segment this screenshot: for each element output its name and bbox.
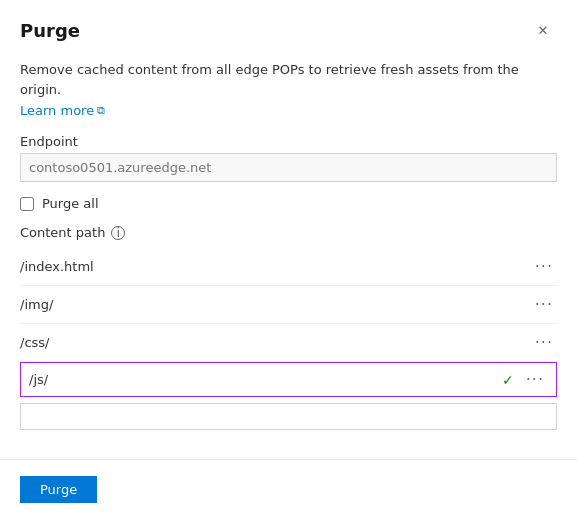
- dialog-title: Purge: [20, 20, 80, 41]
- path-text: /css/: [20, 335, 531, 350]
- learn-more-label: Learn more: [20, 103, 94, 118]
- path-menu-ellipsis[interactable]: ···: [531, 293, 557, 316]
- purge-dialog: Purge ✕ Remove cached content from all e…: [0, 0, 577, 519]
- path-row: /css/ ···: [20, 324, 557, 362]
- active-path-row[interactable]: /js/ ✓ ···: [20, 362, 557, 397]
- description-text: Remove cached content from all edge POPs…: [20, 60, 557, 99]
- path-menu-ellipsis[interactable]: ···: [531, 331, 557, 354]
- info-icon-text: i: [117, 225, 121, 240]
- path-text: /img/: [20, 297, 531, 312]
- info-icon: i: [111, 226, 125, 240]
- new-path-input[interactable]: [29, 409, 548, 424]
- content-path-header: Content path i: [20, 225, 557, 240]
- active-path-menu-ellipsis[interactable]: ···: [522, 368, 548, 391]
- dialog-body: Remove cached content from all edge POPs…: [0, 56, 577, 459]
- active-path-text: /js/: [29, 372, 502, 387]
- learn-more-link[interactable]: Learn more ⧉: [20, 103, 105, 118]
- endpoint-input[interactable]: [20, 153, 557, 182]
- purge-button[interactable]: Purge: [20, 476, 97, 503]
- external-link-icon: ⧉: [97, 104, 105, 117]
- check-icon: ✓: [502, 372, 514, 388]
- path-text: /index.html: [20, 259, 531, 274]
- path-row: /index.html ···: [20, 248, 557, 286]
- purge-all-label: Purge all: [42, 196, 99, 211]
- purge-button-label: Purge: [40, 482, 77, 497]
- purge-all-row: Purge all: [20, 196, 557, 211]
- new-path-row[interactable]: [20, 403, 557, 430]
- dialog-footer: Purge: [0, 459, 577, 519]
- purge-all-checkbox[interactable]: [20, 197, 34, 211]
- path-menu-ellipsis[interactable]: ···: [531, 255, 557, 278]
- endpoint-label: Endpoint: [20, 134, 557, 149]
- path-list: /index.html ··· /img/ ··· /css/ ··· /js/…: [20, 248, 557, 430]
- path-row: /img/ ···: [20, 286, 557, 324]
- dialog-header: Purge ✕: [0, 0, 577, 56]
- close-icon: ✕: [538, 23, 549, 38]
- content-path-label: Content path: [20, 225, 105, 240]
- close-button[interactable]: ✕: [529, 16, 557, 44]
